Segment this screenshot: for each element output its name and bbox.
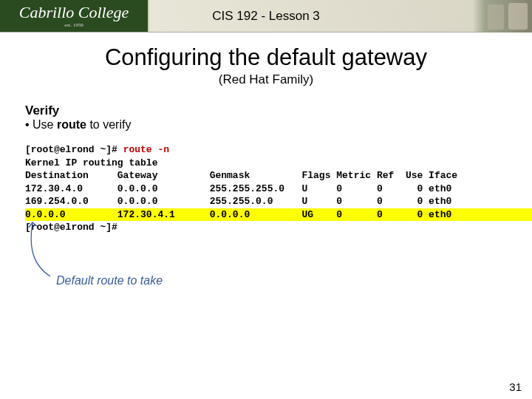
verify-bullet: • Use route to verify bbox=[25, 118, 532, 132]
terminal-row: 169.254.0.0 0.0.0.0 255.255.0.0 U 0 0 0 … bbox=[25, 195, 532, 208]
slide-banner: Cabrillo College est. 1959 CIS 192 - Les… bbox=[0, 0, 532, 33]
slide-title: Configuring the default gateway bbox=[0, 44, 532, 71]
terminal-row: Kernel IP routing table bbox=[25, 157, 532, 170]
terminal-row: [root@elrond ~]# route -n bbox=[25, 143, 532, 157]
terminal-output: [root@elrond ~]# route -nKernel IP routi… bbox=[25, 143, 532, 234]
terminal-row: [root@elrond ~]# bbox=[25, 221, 532, 234]
terminal-row: Destination Gateway Genmask Flags Metric… bbox=[25, 169, 532, 183]
verify-heading: Verify bbox=[25, 103, 532, 118]
verify-block: Verify • Use route to verify bbox=[25, 103, 532, 132]
verify-suffix: to verify bbox=[86, 118, 131, 131]
page-number: 31 bbox=[509, 381, 522, 393]
terminal-row: 172.30.4.0 0.0.0.0 255.255.255.0 U 0 0 0… bbox=[25, 183, 532, 196]
slide-subtitle: (Red Hat Family) bbox=[0, 72, 532, 87]
verify-cmd: route bbox=[57, 118, 86, 131]
default-route-annotation: Default route to take bbox=[56, 274, 163, 287]
terminal-row-highlight: 0.0.0.0 172.30.4.1 0.0.0.0 UG 0 0 0 eth0 bbox=[25, 208, 532, 222]
banner-title: CIS 192 - Lesson 3 bbox=[0, 0, 532, 33]
verify-prefix: • Use bbox=[25, 118, 57, 131]
